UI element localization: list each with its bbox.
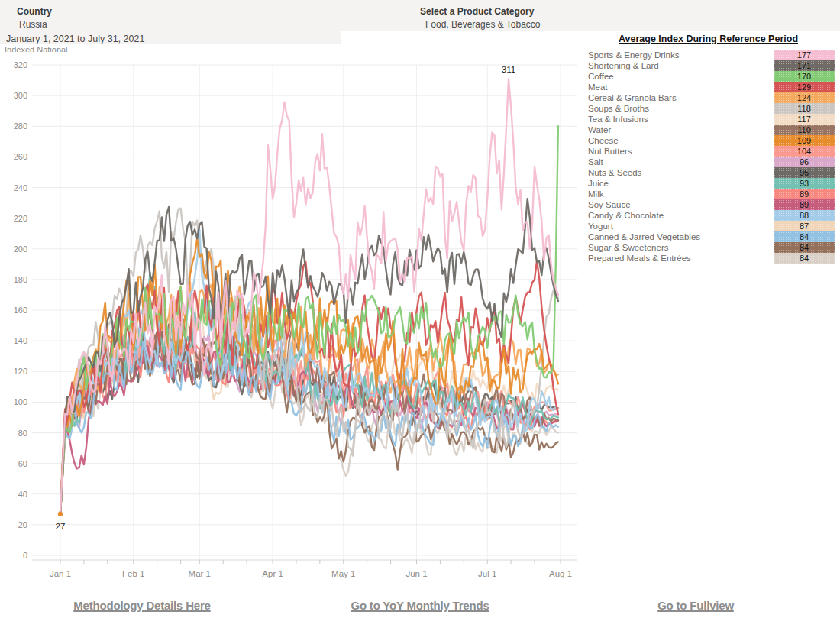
legend-item-label: Salt (582, 157, 774, 167)
legend-row[interactable]: Milk89 (582, 189, 835, 199)
svg-text:100: 100 (14, 397, 27, 406)
svg-text:Feb 1: Feb 1 (122, 569, 144, 578)
legend-row[interactable]: Prepared Meals & Entrées84 (582, 253, 835, 264)
legend-row[interactable]: Candy & Chocolate88 (582, 210, 835, 221)
legend-row[interactable]: Yogurt87 (582, 221, 835, 231)
legend-row[interactable]: Salt96 (582, 157, 835, 167)
legend-item-value: 110 (774, 125, 835, 135)
fullview-link[interactable]: Go to Fullview (657, 599, 734, 612)
legend-row[interactable]: Shortening & Lard171 (582, 60, 835, 71)
legend-item-label: Shortening & Lard (582, 60, 774, 71)
legend-row[interactable]: Cheese109 (582, 135, 835, 146)
legend-row[interactable]: Water110 (582, 125, 835, 135)
country-filter-value[interactable]: Russia (19, 19, 47, 30)
legend-item-label: Coffee (582, 71, 774, 82)
trend-chart[interactable]: 0204060801001201401601802002202402602803… (0, 0, 588, 596)
legend-row[interactable]: Juice93 (582, 178, 835, 189)
methodology-link[interactable]: Methodology Details Here (73, 599, 210, 612)
legend-item-label: Milk (582, 189, 774, 199)
legend-item-label: Tea & Infusions (582, 114, 774, 125)
svg-text:60: 60 (18, 459, 27, 468)
legend-item-label: Juice (582, 178, 774, 189)
svg-text:40: 40 (18, 490, 27, 499)
legend-row[interactable]: Sports & Energy Drinks177 (582, 50, 835, 60)
legend-item-value: 87 (774, 221, 835, 231)
svg-text:240: 240 (14, 183, 27, 193)
y-axis-title-clipped: Indexed National (5, 46, 119, 52)
svg-text:220: 220 (14, 214, 27, 223)
legend-item-value: 93 (774, 178, 835, 189)
legend-row[interactable]: Nuts & Seeds95 (582, 167, 835, 178)
svg-text:80: 80 (18, 429, 27, 438)
svg-text:160: 160 (14, 306, 27, 315)
legend-item-value: 177 (774, 50, 835, 60)
category-filter-value[interactable]: Food, Beverages & Tobacco (425, 19, 541, 30)
legend-item-value: 124 (774, 92, 835, 103)
svg-text:May 1: May 1 (331, 569, 355, 578)
svg-text:320: 320 (14, 60, 27, 70)
legend-item-label: Meat (582, 82, 774, 92)
legend-row[interactable]: Tea & Infusions117 (582, 114, 835, 125)
legend-item-value: 88 (774, 210, 835, 221)
legend-item-value: 84 (774, 253, 835, 264)
legend-item-label: Cereal & Granola Bars (582, 92, 774, 103)
date-range-label: January 1, 2021 to July 31, 2021 (6, 34, 144, 44)
svg-text:Jan 1: Jan 1 (50, 569, 71, 578)
legend-item-label: Nut Butters (582, 146, 774, 157)
legend-panel: Average Index During Reference Period Sp… (582, 34, 835, 264)
legend-row[interactable]: Coffee170 (582, 71, 835, 82)
dashboard: 0204060801001201401601802002202402602803… (0, 0, 840, 631)
svg-text:Mar 1: Mar 1 (189, 569, 211, 578)
legend-item-label: Soy Sauce (582, 199, 774, 210)
legend-item-label: Cheese (582, 135, 774, 146)
series-line[interactable] (60, 277, 558, 514)
legend-row[interactable]: Soy Sauce89 (582, 199, 835, 210)
legend-item-label: Yogurt (582, 221, 774, 231)
legend-item-label: Prepared Meals & Entrées (582, 253, 774, 264)
svg-text:Apr 1: Apr 1 (262, 569, 283, 578)
svg-text:Jun 1: Jun 1 (405, 569, 427, 578)
legend-title: Average Index During Reference Period (582, 34, 835, 44)
legend-item-label: Soups & Broths (582, 103, 774, 114)
svg-text:140: 140 (14, 336, 27, 345)
legend-item-value: 84 (774, 231, 835, 242)
legend-item-value: 95 (774, 167, 835, 178)
legend-item-value: 170 (774, 71, 835, 82)
svg-text:180: 180 (14, 275, 27, 284)
legend-row[interactable]: Canned & Jarred Vegetables84 (582, 231, 835, 242)
svg-text:120: 120 (14, 367, 27, 376)
legend-row[interactable]: Sugar & Sweeteners84 (582, 242, 835, 253)
legend-item-label: Sugar & Sweeteners (582, 242, 774, 253)
legend-item-label: Candy & Chocolate (582, 210, 774, 221)
yoy-trends-link[interactable]: Go to YoY Monthly Trends (351, 599, 489, 612)
legend-item-value: 117 (774, 114, 835, 125)
legend-item-value: 84 (774, 242, 835, 253)
legend-item-value: 89 (774, 189, 835, 199)
category-filter-label: Select a Product Category (420, 6, 534, 17)
svg-text:0: 0 (23, 551, 27, 560)
svg-text:200: 200 (14, 244, 27, 254)
svg-text:Jul 1: Jul 1 (478, 569, 496, 578)
legend-row[interactable]: Soups & Broths118 (582, 103, 835, 114)
legend-item-value: 104 (774, 146, 835, 157)
svg-text:260: 260 (14, 152, 27, 161)
legend-row[interactable]: Nut Butters104 (582, 146, 835, 157)
legend-item-value: 129 (774, 82, 835, 92)
country-filter-label: Country (17, 6, 52, 17)
legend-item-label: Sports & Energy Drinks (582, 50, 774, 60)
legend-item-label: Nuts & Seeds (582, 167, 774, 178)
legend-row[interactable]: Meat129 (582, 82, 835, 92)
svg-text:Aug 1: Aug 1 (549, 569, 572, 578)
legend-rows: Sports & Energy Drinks177Shortening & La… (582, 50, 835, 264)
svg-text:20: 20 (18, 520, 27, 529)
legend-item-label: Water (582, 125, 774, 135)
legend-row[interactable]: Cereal & Granola Bars124 (582, 92, 835, 103)
legend-item-value: 96 (774, 157, 835, 167)
svg-text:300: 300 (14, 91, 27, 100)
annotation-label: 27 (56, 522, 66, 531)
legend-item-value: 109 (774, 135, 835, 146)
legend-item-label: Canned & Jarred Vegetables (582, 231, 774, 242)
legend-item-value: 118 (774, 103, 835, 114)
legend-item-value: 89 (774, 199, 835, 210)
svg-text:280: 280 (14, 121, 27, 131)
